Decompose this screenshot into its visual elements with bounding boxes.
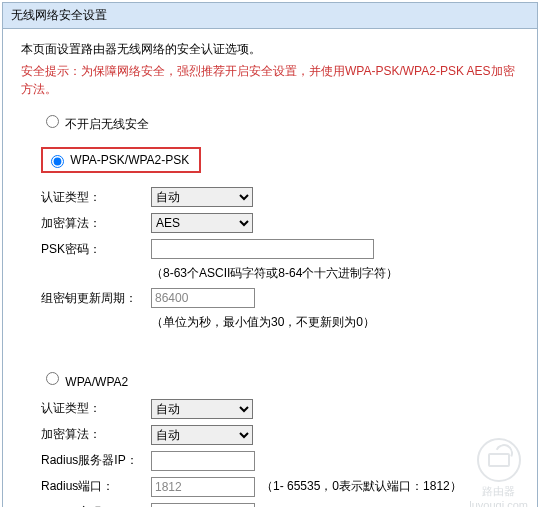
auth-type-select[interactable]: 自动	[151, 187, 253, 207]
encrypt-algo-select[interactable]: AES	[151, 213, 253, 233]
intro-text: 本页面设置路由器无线网络的安全认证选项。	[21, 41, 519, 58]
panel-title: 无线网络安全设置	[3, 3, 537, 29]
no-security-radio[interactable]	[46, 115, 59, 128]
wpa-psk-label: WPA-PSK/WPA2-PSK	[70, 153, 189, 167]
panel-body: 本页面设置路由器无线网络的安全认证选项。 安全提示：为保障网络安全，强烈推荐开启…	[3, 29, 537, 507]
auth-type-label: 认证类型：	[41, 189, 151, 206]
encrypt-algo-label: 加密算法：	[41, 215, 151, 232]
group-key-interval-label: 组密钥更新周期：	[41, 290, 151, 307]
radius-pw-input[interactable]	[151, 503, 255, 507]
radius-ip-input[interactable]	[151, 451, 255, 471]
security-settings-panel: 无线网络安全设置 本页面设置路由器无线网络的安全认证选项。 安全提示：为保障网络…	[2, 2, 538, 507]
wpa-psk-radio[interactable]	[51, 155, 64, 168]
psk-hint: （8-63个ASCII码字符或8-64个十六进制字符）	[151, 265, 519, 282]
wpa-auth-type-select[interactable]: 自动	[151, 399, 253, 419]
psk-password-label: PSK密码：	[41, 241, 151, 258]
wpa-section: WPA/WPA2 认证类型： 自动 加密算法： 自动 Radius服务器IP： …	[21, 369, 519, 507]
wpa-label: WPA/WPA2	[65, 375, 128, 389]
group-key-interval-hint: （单位为秒，最小值为30，不更新则为0）	[151, 314, 519, 331]
radius-port-hint: （1- 65535，0表示默认端口：1812）	[261, 478, 462, 495]
no-security-option: 不开启无线安全	[21, 112, 519, 133]
wpa-radio[interactable]	[46, 372, 59, 385]
wpa-psk-section: WPA-PSK/WPA2-PSK 认证类型： 自动 加密算法： AES PSK密…	[21, 141, 519, 331]
wpa-encrypt-algo-label: 加密算法：	[41, 426, 151, 443]
radius-port-input[interactable]	[151, 477, 255, 497]
no-security-label: 不开启无线安全	[65, 117, 149, 131]
radius-ip-label: Radius服务器IP：	[41, 452, 151, 469]
wpa-auth-type-label: 认证类型：	[41, 400, 151, 417]
group-key-interval-input[interactable]	[151, 288, 255, 308]
radius-port-label: Radius端口：	[41, 478, 151, 495]
wpa-psk-highlight: WPA-PSK/WPA2-PSK	[41, 147, 201, 173]
wpa-encrypt-algo-select[interactable]: 自动	[151, 425, 253, 445]
psk-password-input[interactable]	[151, 239, 374, 259]
security-warning: 安全提示：为保障网络安全，强烈推荐开启安全设置，并使用WPA-PSK/WPA2-…	[21, 62, 519, 98]
